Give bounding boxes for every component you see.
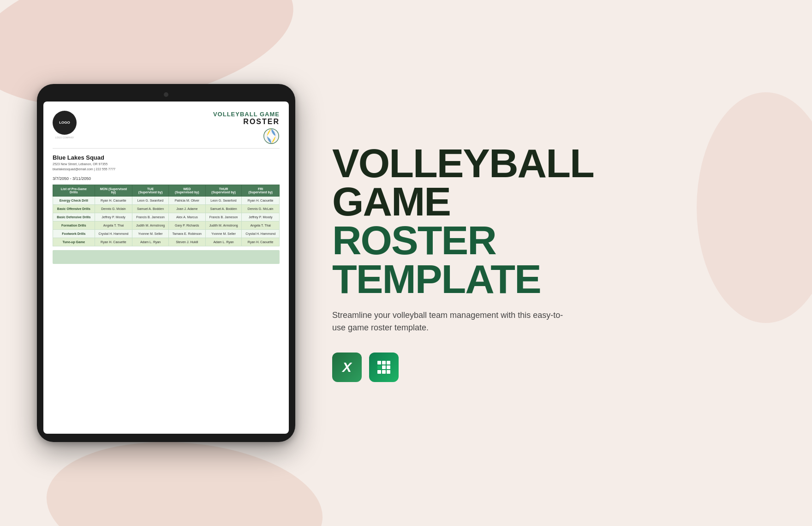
grid-cell-6 [387,365,390,369]
table-row: Footwork DrillsCrystal H. HammondYvonne … [53,230,280,238]
col-header-mon: MON (Supervisedby) [95,185,132,197]
team-name: Blue Lakes Squad [53,154,280,161]
grid-cell-8 [382,370,386,374]
grid-cell-9 [387,370,390,374]
col-header-thur: THUR(Supervised by) [205,185,242,197]
supervisor-cell: Dennis G. McLain [242,205,280,213]
app-icons-row: X [332,353,766,382]
supervisor-cell: Steven J. Hukill [168,238,205,246]
document-footer [53,250,280,264]
grid-cell-2 [382,361,386,365]
supervisor-cell: Gary P. Richards [168,221,205,230]
supervisor-cell: Jeffrey P. Moody [242,213,280,221]
col-header-drills: List of Pre-GameDrills [53,185,95,197]
table-row: Basic Offensive DrillsDennis G. MclainSa… [53,205,280,213]
grid-cell-7 [377,370,381,374]
excel-letter: X [342,359,352,375]
bg-decoration-bottom [41,431,328,526]
supervisor-cell: Yvonne M. Seller [132,230,169,238]
drill-name-cell: Footwork Drills [53,230,95,238]
supervisor-cell: Crystal H. Hammond [242,230,280,238]
supervisor-cell: Patricia M. Oliver [168,197,205,205]
page-container: LOGO LOGO COMPANY VOLLEYBALL GAME ROSTER [0,0,812,526]
table-row: Tune-up GameRyan H. CaouetteAdam L. Ryan… [53,238,280,246]
table-row: Basic Defensive DrillsJeffrey P. MoodyFr… [53,213,280,221]
grid-cell-5 [382,365,386,369]
roster-table: List of Pre-GameDrills MON (Supervisedby… [53,185,280,246]
drill-name-cell: Formation Drills [53,221,95,230]
drill-name-cell: Energy Check Drill [53,197,95,205]
supervisor-cell: Crystal H. Hammond [95,230,132,238]
supervisor-cell: Samuel A. Bodden [132,205,169,213]
supervisor-cell: Yvonne M. Seller [205,230,242,238]
supervisor-cell: Samuel A. Bodden [205,205,242,213]
sheets-app-icon [369,353,399,382]
sheets-grid-icon [377,361,390,374]
table-row: Energy Check DrillRyan H. CaouetteLeon G… [53,197,280,205]
col-header-fri: FRI(Supervised by) [242,185,280,197]
supervisor-cell: Tamara E. Robinson [168,230,205,238]
grid-cell-1 [377,361,381,365]
supervisor-cell: Ryan H. Caouette [242,197,280,205]
supervisor-cell: Ryan H. Caouette [95,197,132,205]
logo-box: LOGO [53,111,77,135]
supervisor-cell: Angela T. Thai [95,221,132,230]
supervisor-cell: Judith M. Armstrong [132,221,169,230]
supervisor-cell: Joan J. Adame [168,205,205,213]
drill-name-cell: Basic Offensive Drills [53,205,95,213]
tablet-camera [164,92,168,97]
grid-cell-3 [387,361,390,365]
supervisor-cell: Ryan H. Caouette [242,238,280,246]
tablet-device: LOGO LOGO COMPANY VOLLEYBALL GAME ROSTER [37,84,295,442]
supervisor-cell: Dennis G. Mclain [95,205,132,213]
table-row: Formation DrillsAngela T. ThaiJudith M. … [53,221,280,230]
grid-cell-4 [377,365,381,369]
tablet-screen: LOGO LOGO COMPANY VOLLEYBALL GAME ROSTER [43,102,289,434]
supervisor-cell: Leon G. Swanford [205,197,242,205]
document-title-block: VOLLEYBALL GAME ROSTER [213,111,280,144]
supervisor-cell: Jeffrey P. Moody [95,213,132,221]
supervisor-cell: Adam L. Ryan [132,238,169,246]
drill-name-cell: Basic Defensive Drills [53,213,95,221]
volleyball-icon [263,128,280,144]
drill-name-cell: Tune-up Game [53,238,95,246]
date-range: 3/7/2050 - 3/11/2050 [53,176,280,181]
supervisor-cell: Adam L. Ryan [205,238,242,246]
title-line-template: TEMPLATE [332,260,766,299]
document-header: LOGO LOGO COMPANY VOLLEYBALL GAME ROSTER [53,111,280,149]
supervisor-cell: Alex A. Marcus [168,213,205,221]
supervisor-cell: Francis B. Jameson [205,213,242,221]
supervisor-cell: Leon G. Swanford [132,197,169,205]
logo-text: LOGO [59,120,70,125]
supervisor-cell: Angela T. Thai [242,221,280,230]
supervisor-cell: Francis B. Jameson [132,213,169,221]
col-header-wed: WED(Supervised by) [168,185,205,197]
supervisor-cell: Ryan H. Caouette [95,238,132,246]
doc-title-line2: ROSTER [213,118,280,126]
tablet-frame: LOGO LOGO COMPANY VOLLEYBALL GAME ROSTER [37,84,295,442]
logo-company: LOGO COMPANY [53,136,77,139]
supervisor-cell: Judith M. Armstrong [205,221,242,230]
subtitle-text: Streamline your volleyball team manageme… [332,309,572,334]
doc-title-line1: VOLLEYBALL GAME [213,111,280,118]
col-header-tue: TUE(Supervised by) [132,185,169,197]
excel-app-icon: X [332,353,362,382]
team-address: 2523 New Street, Lebanon, OR 97355 bluel… [53,162,280,172]
